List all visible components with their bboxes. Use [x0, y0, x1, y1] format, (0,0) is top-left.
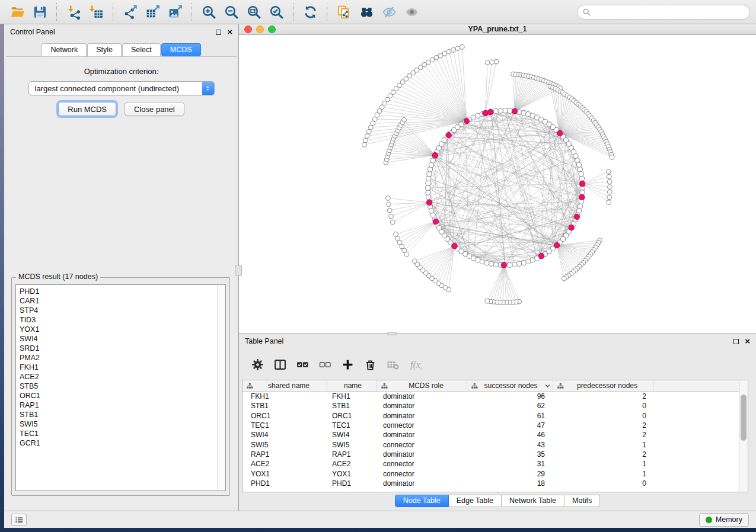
tab-motifs[interactable]: Motifs [564, 495, 600, 507]
select-all-button[interactable] [294, 355, 311, 373]
table-scrollbar[interactable] [739, 380, 748, 492]
show-columns-button[interactable] [271, 355, 289, 373]
mcds-node[interactable] [557, 130, 563, 136]
mcds-result-item[interactable]: RAP1 [20, 400, 218, 410]
tab-network-table[interactable]: Network Table [502, 495, 564, 507]
horizontal-splitter-handle[interactable] [387, 332, 397, 335]
delete-column-button[interactable] [361, 355, 379, 373]
column-header-name[interactable]: name [327, 380, 377, 391]
mcds-result-item[interactable]: STB1 [20, 410, 218, 419]
refresh-button[interactable] [299, 2, 321, 22]
table-row[interactable]: ORC1ORC1dominator610 [243, 411, 739, 421]
close-table-panel-icon[interactable]: × [745, 338, 750, 344]
cell-name: ORC1 [327, 412, 377, 420]
vertical-splitter-handle[interactable] [235, 265, 242, 276]
mcds-result-item[interactable]: SWI4 [20, 334, 218, 344]
mcds-result-item[interactable]: ORC1 [20, 391, 218, 400]
mcds-result-item[interactable]: STP4 [20, 306, 218, 315]
table-row[interactable]: PHD1PHD1dominator180 [243, 479, 739, 488]
mcds-result-list[interactable]: PHD1CAR1STP4TID3YOX1SWI4SRD1PMA2FKH1ACE2… [15, 284, 226, 491]
table-row[interactable]: SWI4SWI4dominator462 [243, 430, 739, 440]
close-panel-button[interactable]: Close panel [125, 102, 184, 116]
new-network-from-selection-button[interactable] [333, 2, 355, 22]
mcds-node[interactable] [446, 132, 451, 137]
search-box[interactable] [577, 5, 750, 20]
first-neighbors-button[interactable] [355, 2, 378, 22]
column-header-successor-nodes[interactable]: successor nodes [467, 380, 553, 391]
export-network-button[interactable] [119, 2, 141, 22]
save-session-button[interactable] [28, 2, 51, 22]
tab-style[interactable]: Style [87, 43, 122, 56]
cell-predecessor-nodes: 0 [553, 412, 653, 420]
tab-mcds[interactable]: MCDS [161, 43, 201, 56]
tab-edge-table[interactable]: Edge Table [449, 495, 502, 507]
mcds-node[interactable] [501, 262, 506, 268]
close-panel-icon[interactable]: × [227, 29, 232, 35]
optimization-criterion-select[interactable]: largest connected component (undirected) [28, 81, 215, 95]
mcds-result-item[interactable]: TEC1 [20, 429, 218, 438]
column-header-shared-name[interactable]: shared name [243, 380, 327, 391]
mcds-node[interactable] [488, 109, 493, 114]
add-column-button[interactable] [339, 355, 356, 373]
mcds-result-item[interactable]: STB5 [20, 382, 218, 391]
mcds-result-item[interactable]: FKH1 [20, 363, 218, 372]
table-settings-button[interactable] [248, 355, 266, 373]
mcds-result-item[interactable]: ACE2 [20, 372, 218, 382]
import-table-button[interactable] [85, 2, 107, 22]
zoom-fit-button[interactable] [243, 2, 265, 22]
open-file-button[interactable] [6, 2, 28, 22]
mcds-node[interactable] [464, 118, 469, 123]
zoom-selected-icon [269, 5, 284, 20]
network-canvas[interactable] [239, 35, 756, 333]
mcds-node[interactable] [554, 242, 560, 248]
search-input[interactable] [594, 8, 744, 16]
table-row[interactable]: RAP1RAP1dominator352 [243, 450, 739, 459]
table-row[interactable]: TEC1TEC1connector472 [243, 421, 739, 430]
table-row[interactable]: SWI5SWI5connector431 [243, 440, 739, 449]
table-row[interactable]: STB1STB1dominator620 [243, 401, 739, 411]
mcds-result-item[interactable]: PHD1 [20, 287, 218, 296]
zoom-in-button[interactable] [197, 2, 220, 22]
mcds-node[interactable] [483, 110, 488, 116]
tab-node-table[interactable]: Node Table [395, 495, 449, 507]
mcds-result-item[interactable]: TID3 [20, 315, 218, 325]
mcds-result-scrollbar[interactable] [218, 285, 225, 491]
mcds-node[interactable] [432, 152, 438, 158]
table-row[interactable]: YOX1YOX1connector291 [243, 469, 739, 478]
tab-select[interactable]: Select [122, 43, 161, 56]
tab-network[interactable]: Network [42, 43, 87, 56]
zoom-out-button[interactable] [220, 2, 243, 22]
mcds-result-item[interactable]: CAR1 [20, 296, 218, 306]
table-row[interactable]: FKH1FKH1dominator962 [243, 392, 739, 401]
column-header-MCDS-role[interactable]: MCDS role [377, 380, 467, 391]
deselect-all-button[interactable] [316, 355, 334, 373]
zoom-selected-button[interactable] [265, 2, 288, 22]
mcds-node[interactable] [433, 219, 438, 224]
mcds-node[interactable] [574, 214, 579, 219]
mcds-node[interactable] [427, 200, 432, 205]
float-panel-icon[interactable] [216, 30, 221, 35]
mcds-result-item[interactable]: SRD1 [20, 344, 218, 353]
table-scrollbar-thumb[interactable] [741, 395, 747, 441]
mcds-node[interactable] [569, 225, 574, 230]
table-row[interactable]: ACE2ACE2connector311 [243, 459, 739, 469]
mcds-result-item[interactable]: PMA2 [20, 353, 218, 363]
memory-button[interactable]: Memory [699, 513, 749, 527]
float-table-panel-icon[interactable] [733, 339, 739, 344]
column-header-predecessor-nodes[interactable]: predecessor nodes [553, 380, 653, 391]
mcds-node[interactable] [580, 181, 585, 187]
export-table-button[interactable] [141, 2, 164, 22]
mcds-result-item[interactable]: YOX1 [20, 325, 218, 334]
run-mcds-button[interactable]: Run MCDS [58, 102, 116, 116]
hide-selected-button[interactable] [378, 2, 400, 22]
mcds-node[interactable] [512, 108, 517, 114]
mcds-node[interactable] [579, 194, 585, 200]
import-network-button[interactable] [62, 2, 85, 22]
mcds-node[interactable] [452, 243, 457, 249]
show-all-button[interactable] [400, 2, 423, 22]
mcds-result-item[interactable]: SWI5 [20, 419, 218, 429]
export-image-button[interactable] [164, 2, 186, 22]
task-history-button[interactable] [11, 514, 27, 526]
mcds-result-item[interactable]: GCR1 [20, 438, 218, 448]
mcds-node[interactable] [539, 253, 544, 258]
